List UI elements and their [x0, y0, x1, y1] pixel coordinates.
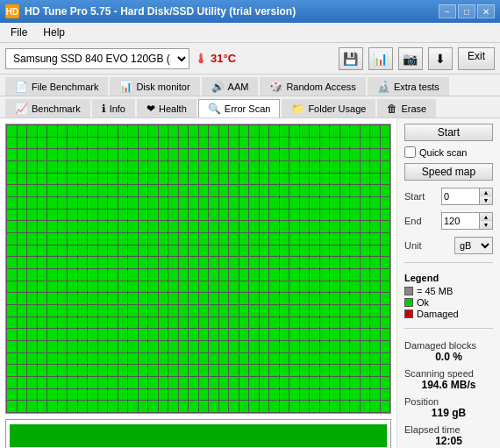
legend-item-damaged: Damaged — [404, 309, 493, 319]
grid-cell — [108, 245, 118, 257]
grid-cell — [350, 329, 360, 340]
grid-cell — [381, 353, 390, 365]
legend-damaged-text: Damaged — [417, 309, 459, 319]
grid-cell — [310, 329, 319, 340]
disk-select[interactable]: Samsung SSD 840 EVO 120GB (120 gB) — [5, 48, 189, 69]
grid-cell — [320, 305, 330, 316]
grid-cell — [209, 149, 218, 160]
grid-cell — [340, 197, 350, 209]
grid-cell — [199, 293, 209, 304]
grid-cell — [118, 269, 128, 281]
elapsed-time-label: Elapsed time — [404, 424, 493, 435]
grid-cell — [229, 401, 239, 412]
error-scan-icon: 🔍 — [208, 103, 221, 115]
grid-cell — [108, 185, 118, 196]
grid-cell — [340, 185, 350, 196]
scanning-speed-value: 194.6 MB/s — [404, 379, 493, 391]
grid-cell — [209, 377, 218, 388]
grid-cell — [68, 245, 77, 257]
grid-cell — [118, 329, 128, 340]
start-spin-up[interactable]: ▲ — [480, 188, 492, 196]
grid-cell — [381, 401, 390, 412]
grid-cell — [199, 149, 209, 160]
tab-error-scan[interactable]: 🔍 Error Scan — [198, 99, 281, 117]
tab-disk-monitor[interactable]: 📊 Disk monitor — [110, 77, 199, 96]
grid-cell — [168, 293, 178, 304]
tab-health[interactable]: ❤ Health — [137, 99, 196, 117]
grid-cell — [310, 185, 319, 196]
start-button[interactable]: Start — [404, 124, 493, 141]
tab-file-benchmark[interactable]: 📄 File Benchmark — [5, 77, 108, 96]
grid-cell — [260, 269, 269, 281]
grid-cell — [381, 149, 390, 160]
grid-cell — [78, 317, 88, 329]
grid-cell — [310, 365, 319, 376]
grid-cell — [260, 329, 269, 340]
stats-section: Damaged blocks 0.0 % Scanning speed 194.… — [404, 340, 493, 448]
tab-erase[interactable]: 🗑 Erase — [377, 99, 436, 117]
start-input[interactable] — [441, 188, 480, 205]
grid-cell — [189, 138, 198, 149]
grid-cell — [179, 138, 189, 149]
grid-cell — [320, 161, 330, 173]
grid-cell — [260, 245, 269, 257]
grid-cell — [189, 197, 198, 209]
start-spin-down[interactable]: ▼ — [480, 196, 492, 204]
grid-cell — [229, 233, 239, 245]
grid-cell — [7, 125, 17, 137]
maximize-button[interactable]: □ — [458, 4, 475, 18]
grid-cell — [78, 353, 88, 365]
grid-cell — [340, 257, 350, 268]
grid-cell — [340, 174, 350, 185]
grid-cell — [179, 293, 189, 304]
grid-cell — [370, 293, 380, 304]
tab-benchmark[interactable]: 📈 Benchmark — [5, 99, 90, 117]
exit-button[interactable]: Exit — [458, 47, 495, 70]
tab-random-access[interactable]: 🎲 Random Access — [260, 77, 365, 96]
tab-folder-usage[interactable]: 📁 Folder Usage — [282, 99, 375, 117]
grid-cell — [249, 389, 259, 401]
menu-help[interactable]: Help — [36, 25, 72, 40]
grid-cell — [148, 281, 158, 293]
grid-cell — [381, 210, 390, 221]
menu-file[interactable]: File — [4, 25, 34, 40]
end-input[interactable] — [441, 212, 480, 230]
grid-cell — [199, 365, 209, 376]
grid-cell — [361, 293, 370, 304]
grid-cell — [148, 125, 158, 137]
grid-cell — [199, 341, 209, 352]
quick-scan-checkbox[interactable] — [404, 146, 416, 158]
speed-map-button[interactable]: Speed map — [404, 163, 493, 181]
toolbar-btn-download[interactable]: ⬇ — [428, 47, 453, 70]
grid-cell — [310, 401, 319, 412]
grid-cell — [179, 353, 189, 365]
grid-cell — [118, 305, 128, 316]
grid-cell — [168, 233, 178, 245]
toolbar-btn-camera[interactable]: 📷 — [398, 47, 423, 70]
end-spin-down[interactable]: ▼ — [480, 221, 492, 229]
grid-cell — [179, 197, 189, 209]
grid-cell — [27, 210, 37, 221]
grid-cell — [108, 161, 118, 173]
tab-info[interactable]: ℹ Info — [92, 99, 135, 117]
tab-aam[interactable]: 🔊 AAM — [202, 77, 259, 96]
grid-cell — [189, 174, 198, 185]
grid-cell — [350, 138, 360, 149]
toolbar-btn-chart[interactable]: 📊 — [368, 47, 393, 70]
grid-cell — [330, 161, 339, 173]
grid-cell — [229, 257, 239, 268]
end-spin-up[interactable]: ▲ — [480, 213, 492, 221]
grid-cell — [199, 317, 209, 329]
toolbar-btn-disk[interactable]: 💾 — [339, 47, 363, 70]
grid-cell — [159, 221, 168, 232]
grid-cell — [108, 389, 118, 401]
grid-cell — [269, 245, 279, 257]
grid-cell — [280, 293, 289, 304]
unit-select[interactable]: gB MB — [454, 237, 493, 254]
grid-cell — [310, 149, 319, 160]
close-button[interactable]: ✕ — [477, 4, 495, 18]
minimize-button[interactable]: − — [439, 4, 456, 18]
grid-cell — [239, 197, 249, 209]
grid-cell — [310, 245, 319, 257]
tab-extra-tests[interactable]: 🔬 Extra tests — [368, 77, 449, 96]
